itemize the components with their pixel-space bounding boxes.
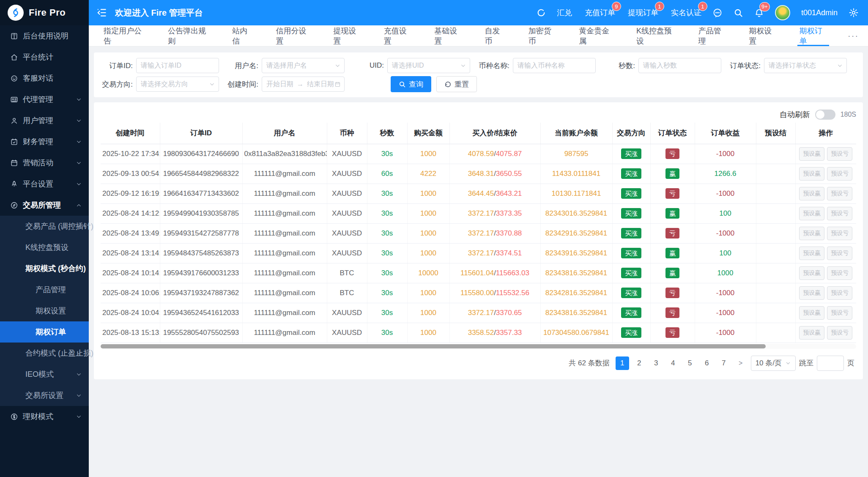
reset-button[interactable]: 重置 [436, 76, 477, 92]
cell-order-id: 1959499041930358785 [160, 203, 242, 223]
preset-lose-button[interactable]: 预设亏 [827, 167, 852, 181]
idcard-icon [10, 96, 18, 104]
topbar-nav-充值订单[interactable]: 充值订单9 [585, 8, 615, 18]
sidebar-item-期权设置[interactable]: 期权设置 [0, 300, 89, 321]
preset-lose-button[interactable]: 预设亏 [827, 147, 852, 161]
sidebar-item-平台统计[interactable]: 平台统计 [0, 47, 89, 68]
preset-lose-button[interactable]: 预设亏 [827, 187, 852, 200]
sidebar-item-合约模式 (止盈止损)[interactable]: 合约模式 (止盈止损) [0, 343, 89, 364]
tab-加密货币[interactable]: 加密货币 [517, 25, 567, 46]
sidebar-item-后台使用说明[interactable]: 后台使用说明 [0, 25, 89, 47]
search-button[interactable]: 查询 [391, 76, 431, 92]
jump-page-input[interactable] [817, 356, 844, 371]
preset-win-button[interactable]: 预设赢 [799, 247, 824, 260]
page-2[interactable]: 2 [633, 356, 646, 370]
input-control[interactable]: 请输入币种名称 [513, 58, 596, 73]
preset-win-button[interactable]: 预设赢 [799, 227, 824, 240]
tab-期权订单[interactable]: 期权订单 [788, 25, 838, 46]
sidebar-item-营销活动[interactable]: 营销活动 [0, 152, 89, 173]
search-icon[interactable] [734, 8, 743, 18]
preset-lose-button[interactable]: 预设亏 [827, 266, 852, 280]
select-control[interactable]: 请选择交易方向 [136, 77, 219, 92]
tab-期权设置[interactable]: 期权设置 [737, 25, 788, 46]
tab-提现设置[interactable]: 提现设置 [322, 25, 372, 46]
preset-win-button[interactable]: 预设赢 [799, 167, 824, 181]
placeholder-text: 请选择用户名 [266, 61, 307, 70]
input-control[interactable]: 请输入秒数 [638, 58, 721, 73]
sidebar-item-交易所设置[interactable]: 交易所设置 [0, 385, 89, 406]
open-price: 115580.00 [460, 289, 494, 297]
username[interactable]: t001Admin [801, 8, 838, 17]
tab-自发币[interactable]: 自发币 [474, 25, 517, 46]
topbar-nav-实名认证[interactable]: 实名认证1 [671, 8, 701, 18]
preset-win-button[interactable]: 预设赢 [799, 207, 824, 220]
sidebar-item-交易所管理[interactable]: 交易所管理 [0, 195, 89, 216]
tab-基础设置[interactable]: 基础设置 [423, 25, 473, 46]
preset-lose-button[interactable]: 预设亏 [827, 247, 852, 260]
preset-win-button[interactable]: 预设赢 [799, 306, 824, 320]
table-row: 2025-10-22 17:34:0419809306431724666900x… [101, 144, 856, 164]
page-3[interactable]: 3 [649, 356, 663, 370]
tab-充值设置[interactable]: 充值设置 [372, 25, 423, 46]
daterange-control[interactable]: 开始日期→结束日期 [262, 77, 345, 92]
preset-lose-button[interactable]: 预设亏 [827, 326, 852, 340]
sidebar-item-平台设置[interactable]: 平台设置 [0, 173, 89, 195]
tab-公告弹出规则[interactable]: 公告弹出规则 [156, 25, 221, 46]
chevron-down-icon [76, 350, 82, 356]
preset-win-button[interactable]: 预设赢 [799, 266, 824, 280]
cell-balance: 82342816.3529841 [540, 283, 612, 303]
sidebar-item-理财模式[interactable]: 理财模式 [0, 406, 89, 427]
preset-win-button[interactable]: 预设赢 [799, 326, 824, 340]
sidebar-item-K线控盘预设[interactable]: K线控盘预设 [0, 237, 89, 258]
tab-黄金贵金属[interactable]: 黄金贵金属 [567, 25, 625, 46]
tab-指定用户公告[interactable]: 指定用户公告 [92, 25, 156, 46]
topbar-nav-提现订单[interactable]: 提现订单1 [628, 8, 658, 18]
select-control[interactable]: 请选择订单状态 [764, 58, 847, 73]
preset-lose-button[interactable]: 预设亏 [827, 207, 852, 220]
topbar-nav-汇兑[interactable]: 汇兑 [557, 8, 572, 18]
collapse-sidebar-icon[interactable] [96, 7, 107, 18]
chat-icon[interactable] [712, 8, 723, 18]
select-control[interactable]: 请选择用户名 [262, 58, 345, 73]
sidebar-item-产品管理[interactable]: 产品管理 [0, 279, 89, 300]
sidebar-item-客服对话[interactable]: 客服对话 [0, 68, 89, 89]
select-control[interactable]: 请选择UID [387, 58, 470, 73]
preset-win-button[interactable]: 预设赢 [799, 187, 824, 200]
preset-lose-button[interactable]: 预设亏 [827, 286, 852, 300]
cell-seconds: 30s [367, 303, 407, 323]
tabs-overflow-icon[interactable]: ··· [838, 25, 868, 46]
notifications-bell-icon[interactable]: 9+ [754, 8, 764, 18]
sidebar-item-期权订单[interactable]: 期权订单 [0, 321, 89, 343]
tab-站内信[interactable]: 站内信 [221, 25, 264, 46]
page-1[interactable]: 1 [616, 356, 629, 370]
sidebar-item-代理管理[interactable]: 代理管理 [0, 89, 89, 110]
filter-panel: 订单ID:请输入订单ID用户名:请选择用户名UID:请选择UID币种名称:请输入… [94, 52, 863, 97]
page-7[interactable]: 7 [717, 356, 731, 370]
page-5[interactable]: 5 [683, 356, 697, 370]
page-4[interactable]: 4 [666, 356, 680, 370]
preset-lose-button[interactable]: 预设亏 [827, 227, 852, 240]
sidebar-item-交易产品 (调控插针)[interactable]: 交易产品 (调控插针) [0, 216, 89, 237]
tab-产品管理[interactable]: 产品管理 [687, 25, 737, 46]
page-6[interactable]: 6 [700, 356, 714, 370]
tab-信用分设置[interactable]: 信用分设置 [264, 25, 322, 46]
cell-coin: XAUUSD [327, 223, 367, 243]
auto-refresh-toggle[interactable] [815, 110, 835, 120]
user-avatar[interactable] [775, 5, 790, 20]
cell-seconds: 30s [367, 283, 407, 303]
sidebar-item-IEO模式[interactable]: IEO模式 [0, 364, 89, 385]
sidebar-item-期权模式 (秒合约)[interactable]: 期权模式 (秒合约) [0, 258, 89, 279]
scrollbar-thumb[interactable] [101, 344, 766, 348]
pagination-next-icon[interactable]: > [734, 356, 748, 370]
sidebar-item-用户管理[interactable]: 用户管理 [0, 110, 89, 131]
cell-username: 0x811a3a82ea3188d3feb37... [242, 144, 327, 164]
preset-lose-button[interactable]: 预设亏 [827, 306, 852, 320]
input-control[interactable]: 请输入订单ID [136, 58, 219, 73]
tab-K线控盘预设[interactable]: K线控盘预设 [625, 25, 687, 46]
sidebar-item-财务管理[interactable]: 财务管理 [0, 131, 89, 152]
refresh-icon[interactable] [537, 8, 546, 17]
settings-gear-icon[interactable] [849, 8, 859, 18]
page-size-select[interactable]: 10 条/页 [751, 356, 796, 371]
preset-win-button[interactable]: 预设赢 [799, 147, 824, 161]
preset-win-button[interactable]: 预设赢 [799, 286, 824, 300]
